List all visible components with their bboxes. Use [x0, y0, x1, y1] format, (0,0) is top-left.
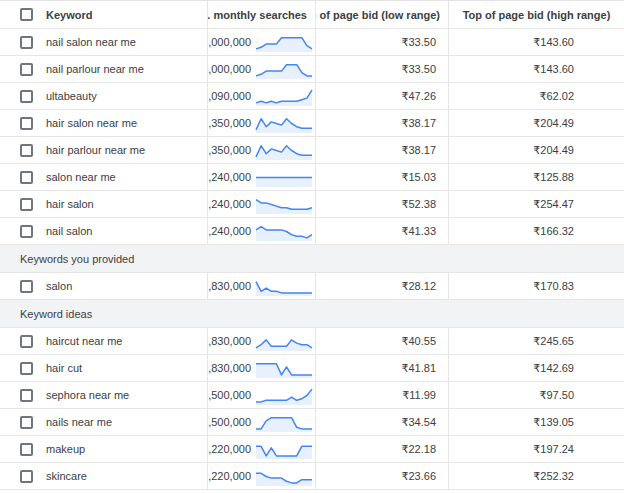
header-cell-avg-monthly-searches[interactable]: ↓ Avg. monthly searches [207, 1, 315, 28]
avg-monthly-searches-value: 4,090,000 [207, 90, 251, 102]
row-checkbox[interactable] [20, 362, 33, 375]
row-checkbox[interactable] [20, 36, 33, 49]
table-body: nail salon near me 5,000,000 ₹33.50 ₹143… [0, 29, 624, 490]
bid-high-cell: ₹143.60 [448, 29, 624, 55]
keyword-cell: makeup [0, 436, 207, 462]
keyword-text: nails near me [46, 416, 112, 428]
bid-high-value: ₹143.60 [533, 63, 574, 76]
avg-monthly-searches-cell: 5,000,000 [207, 29, 315, 55]
keyword-text: makeup [46, 443, 85, 455]
bid-high-value: ₹252.32 [533, 470, 574, 483]
avg-monthly-searches-cell: 1,500,000 [207, 409, 315, 435]
bid-high-cell: ₹97.50 [448, 382, 624, 408]
bid-high-cell: ₹166.32 [448, 218, 624, 244]
keyword-row: nail salon 2,240,000 ₹41.33 ₹166.32 [0, 218, 624, 245]
bid-high-value: ₹254.47 [533, 198, 574, 211]
avg-monthly-searches-value: 1,830,000 [207, 335, 251, 347]
row-checkbox[interactable] [20, 280, 33, 293]
avg-monthly-searches-value: 1,500,000 [207, 416, 251, 428]
avg-monthly-searches-cell: 1,220,000 [207, 463, 315, 489]
keyword-row: makeup 1,220,000 ₹22.18 ₹197.24 [0, 436, 624, 463]
row-checkbox[interactable] [20, 443, 33, 456]
search-trend-sparkline [255, 466, 313, 486]
search-trend-sparkline [255, 32, 313, 52]
keyword-row: hair salon 2,240,000 ₹52.38 ₹254.47 [0, 191, 624, 218]
keyword-cell: nail parlour near me [0, 56, 207, 82]
bid-low-value: ₹23.66 [401, 470, 436, 483]
bid-high-value: ₹204.49 [533, 117, 574, 130]
avg-monthly-searches-cell: 1,220,000 [207, 436, 315, 462]
bid-low-value: ₹15.03 [401, 171, 436, 184]
avg-monthly-searches-value: 1,830,000 [207, 280, 251, 292]
keyword-text: sephora near me [46, 389, 129, 401]
bid-low-cell: ₹22.18 [315, 436, 448, 462]
bid-low-cell: ₹41.33 [315, 218, 448, 244]
search-trend-sparkline [255, 385, 313, 405]
header-cell-keyword[interactable]: Keyword [0, 1, 207, 28]
avg-monthly-searches-value: 3,350,000 [207, 117, 251, 129]
bid-high-value: ₹245.65 [533, 335, 574, 348]
bid-low-value: ₹33.50 [401, 36, 436, 49]
header-cell-bid-high[interactable]: Top of page bid (high range) [448, 1, 624, 28]
bid-high-value: ₹97.50 [539, 389, 574, 402]
row-checkbox[interactable] [20, 171, 33, 184]
keyword-cell: hair cut [0, 355, 207, 381]
avg-monthly-searches-cell: 4,090,000 [207, 83, 315, 109]
avg-monthly-searches-value: 1,500,000 [207, 389, 251, 401]
row-checkbox[interactable] [20, 144, 33, 157]
section-header-label: Keyword ideas [20, 308, 92, 320]
bid-low-value: ₹52.38 [401, 198, 436, 211]
bid-high-cell: ₹204.49 [448, 110, 624, 136]
row-checkbox[interactable] [20, 117, 33, 130]
row-checkbox[interactable] [20, 63, 33, 76]
header-cell-bid-low[interactable]: Top of page bid (low range) [315, 1, 448, 28]
bid-low-value: ₹28.12 [401, 280, 436, 293]
select-all-checkbox[interactable] [20, 8, 33, 21]
row-checkbox[interactable] [20, 416, 33, 429]
bid-high-cell: ₹204.49 [448, 137, 624, 163]
avg-monthly-searches-value: 5,000,000 [207, 63, 251, 75]
bid-low-value: ₹33.50 [401, 63, 436, 76]
avg-monthly-searches-value: 1,220,000 [207, 470, 251, 482]
avg-monthly-searches-cell: 1,830,000 [207, 355, 315, 381]
bid-low-cell: ₹15.03 [315, 164, 448, 190]
search-trend-sparkline [255, 167, 313, 187]
row-checkbox[interactable] [20, 389, 33, 402]
keyword-text: hair cut [46, 362, 82, 374]
keyword-cell: salon [0, 273, 207, 299]
bid-low-value: ₹11.99 [402, 389, 436, 402]
search-trend-sparkline [255, 140, 313, 160]
search-trend-sparkline [255, 358, 313, 378]
row-checkbox[interactable] [20, 470, 33, 483]
row-checkbox[interactable] [20, 225, 33, 238]
avg-monthly-searches-value: 1,830,000 [207, 362, 251, 374]
bid-low-value: ₹34.54 [401, 416, 436, 429]
bid-low-cell: ₹23.66 [315, 463, 448, 489]
row-checkbox[interactable] [20, 335, 33, 348]
bid-low-value: ₹38.17 [401, 144, 436, 157]
keyword-text: ultabeauty [46, 90, 97, 102]
keyword-cell: nail salon [0, 218, 207, 244]
keyword-cell: nails near me [0, 409, 207, 435]
keyword-text: nail salon [46, 225, 92, 237]
section-header-label: Keywords you provided [20, 253, 134, 265]
bid-low-value: ₹40.55 [401, 335, 436, 348]
bid-high-value: ₹142.69 [533, 362, 574, 375]
keyword-text: haircut near me [46, 335, 122, 347]
keyword-text: salon [46, 280, 72, 292]
keyword-cell: haircut near me [0, 328, 207, 354]
row-checkbox[interactable] [20, 198, 33, 211]
avg-monthly-searches-cell: 2,240,000 [207, 164, 315, 190]
bid-low-value: ₹47.26 [401, 90, 436, 103]
search-trend-sparkline [255, 412, 313, 432]
search-trend-sparkline [255, 59, 313, 79]
bid-low-cell: ₹52.38 [315, 191, 448, 217]
bid-low-value: ₹22.18 [401, 443, 436, 456]
bid-high-value: ₹139.05 [533, 416, 574, 429]
search-trend-sparkline [255, 113, 313, 133]
bid-low-cell: ₹40.55 [315, 328, 448, 354]
bid-low-value: ₹41.33 [401, 225, 436, 238]
row-checkbox[interactable] [20, 90, 33, 103]
bid-high-cell: ₹143.60 [448, 56, 624, 82]
keyword-cell: salon near me [0, 164, 207, 190]
